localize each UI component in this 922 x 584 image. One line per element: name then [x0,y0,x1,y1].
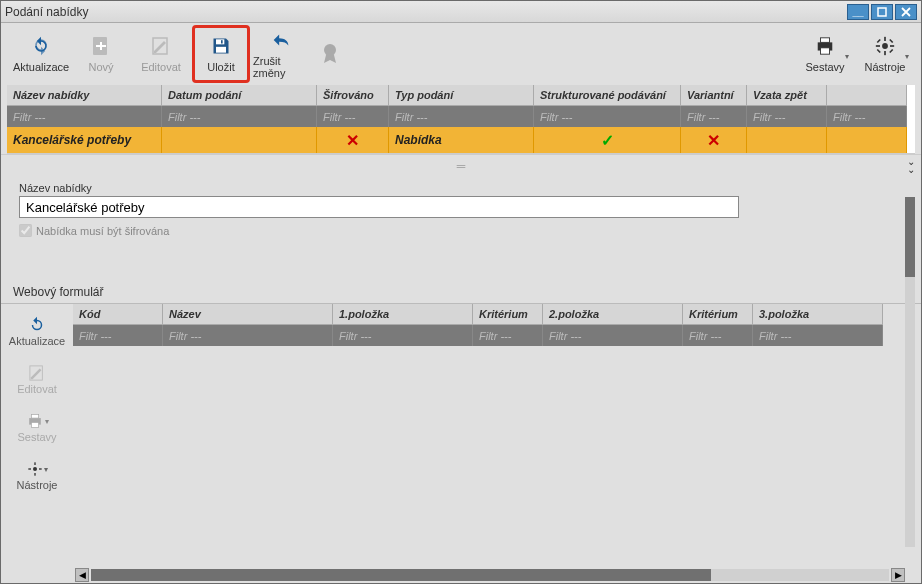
svg-rect-4 [216,47,226,53]
check-icon: ✓ [601,131,614,150]
cell-withdrawn [747,127,827,153]
col-header-k2[interactable]: Kritérium [683,304,753,325]
svg-rect-21 [31,414,38,418]
undo-icon [270,29,292,51]
refresh-icon [28,315,46,335]
web-form-grid: Kód Název 1.položka Kritérium 2.položka … [73,304,907,583]
filter-cell[interactable]: Filtr --- [827,106,907,127]
refresh-icon [30,35,52,57]
side-edit-button[interactable]: Editovat [5,356,69,402]
grid-filter-row: Filtr --- Filtr --- Filtr --- Filtr --- … [73,325,907,346]
filter-cell[interactable]: Filtr --- [162,106,317,127]
filter-cell[interactable]: Filtr --- [163,325,333,346]
save-icon [210,35,232,57]
col-header-p3[interactable]: 3.položka [753,304,883,325]
scroll-thumb[interactable] [91,569,711,581]
x-icon: ✕ [346,131,359,150]
minimize-button[interactable]: __ [847,4,869,20]
filter-cell[interactable]: Filtr --- [73,325,163,346]
scroll-track[interactable] [91,569,889,581]
maximize-button[interactable] [871,4,893,20]
filter-cell[interactable]: Filtr --- [7,106,162,127]
side-refresh-button[interactable]: Aktualizace [5,308,69,354]
edit-button[interactable]: Editovat [133,26,189,82]
cell-extra [827,127,907,153]
svg-rect-16 [889,49,893,53]
col-header-encrypted[interactable]: Šifrováno [317,85,389,106]
filter-cell[interactable]: Filtr --- [683,325,753,346]
svg-rect-17 [877,49,881,53]
col-header-date[interactable]: Datum podání [162,85,317,106]
col-header-p1[interactable]: 1.položka [333,304,473,325]
vertical-scrollbar[interactable] [905,197,915,547]
col-header-type[interactable]: Typ podání [389,85,534,106]
col-header-k1[interactable]: Kritérium [473,304,543,325]
new-button[interactable]: Nový [73,26,129,82]
collapse-icon[interactable]: ⌄⌄ [907,158,915,174]
side-reports-button[interactable]: ▾ Sestavy [5,404,69,450]
filter-cell[interactable]: Filtr --- [534,106,681,127]
col-header-variant[interactable]: Variantní [681,85,747,106]
grid-filter-row: Filtr --- Filtr --- Filtr --- Filtr --- … [7,106,915,127]
web-form-panel: Aktualizace Editovat ▾ Sestavy ▾ [1,304,921,583]
grid-header-row: Kód Název 1.položka Kritérium 2.položka … [73,304,907,325]
filter-cell[interactable]: Filtr --- [747,106,827,127]
new-icon [90,35,112,57]
grid-header-row: Název nabídky Datum podání Šifrováno Typ… [7,85,915,106]
detail-form: Název nabídky Nabídka musí být šifrována [1,176,921,241]
refresh-button[interactable]: Aktualizace [13,26,69,82]
filter-cell[interactable]: Filtr --- [681,106,747,127]
col-header-name[interactable]: Název nabídky [7,85,162,106]
close-button[interactable] [895,4,917,20]
scroll-right-button[interactable]: ▶ [891,568,905,582]
col-header-p2[interactable]: 2.položka [543,304,683,325]
col-header-structured[interactable]: Strukturované podávání [534,85,681,106]
filter-cell[interactable]: Filtr --- [317,106,389,127]
svg-rect-12 [884,51,886,55]
svg-rect-22 [31,422,38,427]
reports-button[interactable]: ▾ Sestavy [797,26,853,82]
name-input[interactable] [19,196,739,218]
encrypt-label: Nabídka musí být šifrována [36,225,169,237]
col-header-extra[interactable] [827,85,907,106]
gear-icon: ▾ [27,459,48,479]
splitter-handle[interactable]: ═ ⌄⌄ [1,154,921,176]
svg-rect-0 [878,8,886,16]
scroll-thumb[interactable] [905,197,915,277]
svg-rect-11 [884,37,886,41]
scroll-left-button[interactable]: ◀ [75,568,89,582]
svg-rect-8 [820,38,829,43]
filter-cell[interactable]: Filtr --- [543,325,683,346]
svg-rect-3 [216,39,224,44]
svg-point-6 [324,44,336,56]
cell-date [162,127,317,153]
title-bar: Podání nabídky __ [1,1,921,23]
cell-structured: ✓ [534,127,681,153]
chevron-down-icon: ▾ [905,52,909,61]
side-tools-button[interactable]: ▾ Nástroje [5,452,69,498]
col-header-code[interactable]: Kód [73,304,163,325]
filter-cell[interactable]: Filtr --- [389,106,534,127]
svg-rect-14 [890,45,894,47]
printer-icon [814,35,836,57]
award-icon [319,43,341,65]
horizontal-scrollbar[interactable]: ◀ ▶ [73,567,907,583]
tools-button[interactable]: ▾ Nástroje [857,26,913,82]
col-header-withdrawn[interactable]: Vzata zpět [747,85,827,106]
col-header-name[interactable]: Název [163,304,333,325]
gear-icon [874,35,896,57]
edit-icon [29,363,45,383]
filter-cell[interactable]: Filtr --- [333,325,473,346]
window-title: Podání nabídky [5,5,88,19]
undo-button[interactable]: Zrušit změny [253,26,309,82]
grip-icon: ═ [457,159,466,173]
save-button[interactable]: Uložit [193,26,249,82]
table-row[interactable]: Kancelářské potřeby ✕ Nabídka ✓ ✕ [7,127,915,153]
filter-cell[interactable]: Filtr --- [473,325,543,346]
svg-rect-15 [877,39,881,43]
filter-cell[interactable]: Filtr --- [753,325,883,346]
svg-point-10 [882,43,888,49]
svg-rect-5 [221,40,223,43]
svg-rect-24 [34,462,35,465]
main-toolbar: Aktualizace Nový Editovat Uložit Zrušit … [1,23,921,85]
